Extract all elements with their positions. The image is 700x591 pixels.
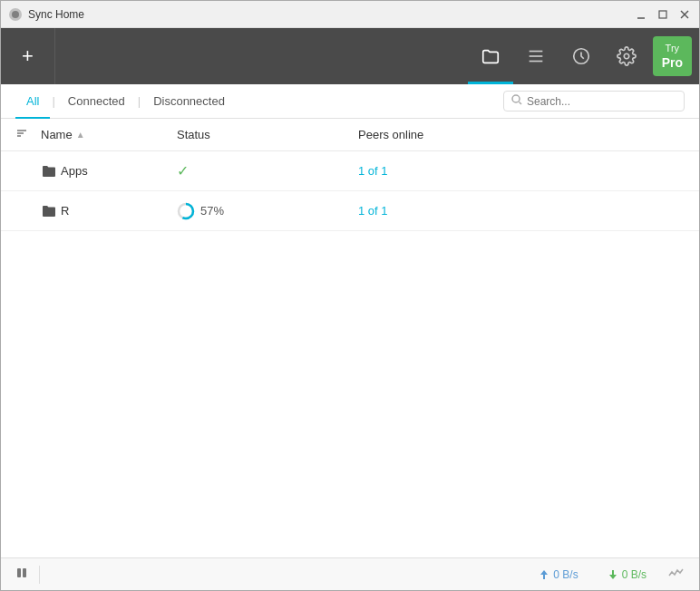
table-header: Name ▲ Status Peers online — [1, 119, 699, 151]
try-pro-button[interactable]: Try Pro — [653, 36, 692, 76]
window-title: Sync Home — [28, 8, 634, 21]
window-controls[interactable] — [634, 7, 692, 22]
toolbar-icons — [468, 28, 649, 84]
pause-button[interactable] — [15, 567, 28, 582]
row-name: Apps — [41, 163, 177, 179]
table-body: Apps ✓ 1 of 1 R 57% 1 of 1 — [1, 151, 699, 557]
column-name-header[interactable]: Name ▲ — [41, 128, 177, 141]
table-row[interactable]: R 57% 1 of 1 — [1, 191, 699, 231]
toolbar: + — [1, 28, 699, 84]
history-tab[interactable] — [559, 28, 604, 84]
tab-all[interactable]: All — [15, 84, 50, 119]
check-icon: ✓ — [177, 162, 189, 179]
pro-label: Pro — [662, 54, 683, 71]
tab-connected[interactable]: Connected — [57, 84, 136, 119]
title-bar: Sync Home — [1, 1, 699, 28]
search-icon — [511, 94, 522, 108]
search-input[interactable] — [527, 95, 676, 108]
sort-arrow-icon: ▲ — [76, 130, 85, 140]
upload-arrow-icon — [608, 568, 618, 581]
svg-line-12 — [520, 102, 522, 105]
status-separator — [39, 566, 40, 584]
search-box[interactable] — [503, 91, 685, 111]
minimize-button[interactable] — [634, 7, 648, 22]
app-icon — [8, 7, 23, 22]
graph-icon[interactable] — [668, 567, 685, 582]
tab-disconnected[interactable]: Disconnected — [142, 84, 236, 119]
row-status-synced: ✓ — [177, 162, 358, 179]
svg-rect-19 — [23, 568, 26, 577]
filter-bar: All | Connected | Disconnected — [1, 84, 699, 119]
close-button[interactable] — [677, 7, 692, 22]
row-peers: 1 of 1 — [358, 204, 685, 218]
add-button[interactable]: + — [1, 28, 55, 84]
row-status-syncing: 57% — [177, 202, 358, 220]
try-label: Try — [666, 42, 679, 54]
svg-point-10 — [624, 53, 629, 59]
status-bar: 0 B/s 0 B/s — [1, 557, 699, 590]
row-peers: 1 of 1 — [358, 164, 685, 178]
column-peers-header: Peers online — [358, 128, 685, 141]
row-name: R — [41, 203, 177, 219]
svg-rect-3 — [659, 11, 666, 18]
column-status-header: Status — [177, 128, 358, 141]
svg-marker-20 — [540, 570, 548, 579]
upload-speed: 0 B/s — [608, 568, 647, 581]
download-arrow-icon — [539, 568, 549, 581]
progress-circle-icon — [177, 202, 195, 220]
svg-point-11 — [512, 95, 520, 102]
svg-rect-18 — [17, 568, 21, 577]
folder-icon — [41, 163, 57, 179]
settings-tab[interactable] — [604, 28, 649, 84]
sort-icon[interactable] — [15, 127, 41, 142]
maximize-button[interactable] — [656, 7, 670, 22]
folder-icon — [41, 203, 57, 219]
download-speed: 0 B/s — [539, 568, 578, 581]
svg-point-1 — [12, 11, 19, 18]
svg-marker-21 — [609, 570, 617, 579]
folders-tab[interactable] — [468, 28, 513, 84]
transfers-tab[interactable] — [513, 28, 559, 84]
table-row[interactable]: Apps ✓ 1 of 1 — [1, 151, 699, 191]
